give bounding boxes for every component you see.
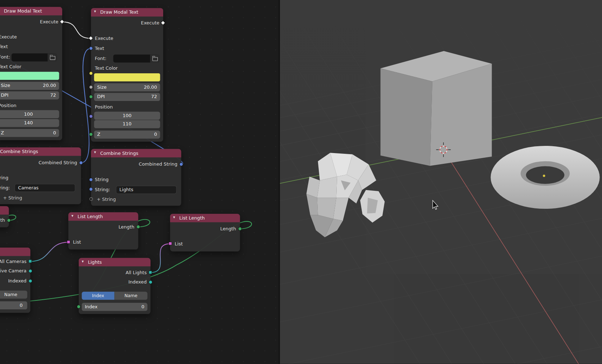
socket-text-in[interactable] <box>89 46 93 50</box>
execute-in-label: Execute <box>0 34 17 40</box>
socket-list-in[interactable] <box>169 242 172 245</box>
node-header[interactable] <box>0 248 30 256</box>
string-text-value: Lights <box>119 187 133 192</box>
chevron-down-icon[interactable]: ▾ <box>173 215 175 219</box>
node-draw-modal-text-2[interactable]: ▾ Draw Modal Text Execute Execute Text F… <box>91 8 163 142</box>
torus-mesh[interactable] <box>491 146 599 209</box>
list-in-label: List <box>73 240 81 245</box>
text-color-swatch[interactable] <box>0 72 59 80</box>
position-y-field[interactable]: 140 <box>0 119 59 127</box>
node-header[interactable]: ▾ Lights <box>79 258 151 267</box>
socket-combined-string-out[interactable] <box>79 161 83 165</box>
combined-string-out-label: Combined String <box>139 162 177 167</box>
size-field[interactable]: Size 20.00 <box>94 83 160 91</box>
chevron-down-icon[interactable]: ▾ <box>94 9 96 14</box>
string-field-label: String: <box>95 187 110 192</box>
node-list-length-2[interactable]: ▾ List Length Length List <box>170 214 240 252</box>
chevron-down-icon[interactable]: ▾ <box>72 213 73 218</box>
socket-add-string[interactable] <box>89 197 93 201</box>
text-color-label: Text Color <box>0 64 21 69</box>
node-list-length-3[interactable]: Length <box>0 206 9 227</box>
node-header[interactable]: ▾ Combine Strings <box>91 149 181 157</box>
position-y-field[interactable]: 110 <box>94 120 160 128</box>
socket-string-in[interactable] <box>89 178 93 182</box>
node-header[interactable]: ▾ Draw Modal Text <box>0 7 62 15</box>
z-field-label: Z <box>97 130 100 138</box>
index-field[interactable]: 0 <box>0 301 27 309</box>
light-origin-dot[interactable] <box>543 175 545 177</box>
name-toggle-button[interactable]: Name <box>114 292 147 300</box>
size-field[interactable]: Size 20.00 <box>0 82 59 90</box>
font-file-field[interactable] <box>113 55 159 63</box>
name-toggle-button[interactable]: Name <box>0 291 27 299</box>
socket-index-in[interactable] <box>77 305 81 309</box>
dpi-field[interactable]: DPI 72 <box>0 91 59 99</box>
z-field[interactable]: Z 0 <box>94 130 160 138</box>
socket-all-lights-out[interactable] <box>148 271 152 274</box>
font-file-field[interactable] <box>12 53 57 61</box>
socket-string-field-in[interactable] <box>89 187 93 191</box>
string-text-value: Cameras <box>18 185 38 190</box>
execute-out-label: Execute <box>40 19 58 24</box>
node-lights[interactable]: ▾ Lights All Lights Indexed Index Name I… <box>79 258 151 314</box>
socket-dpi-in[interactable] <box>89 95 93 99</box>
wire-combined-string-1[interactable] <box>81 49 91 163</box>
length-out-label: Length <box>220 226 236 231</box>
chevron-down-icon[interactable]: ▾ <box>82 259 84 263</box>
node-header[interactable]: ▾ List Length <box>170 214 240 222</box>
node-combine-strings-2[interactable]: ▾ Combine Strings Combined String String… <box>91 149 181 206</box>
node-title: List Length <box>78 214 103 219</box>
string-text-input[interactable]: Cameras <box>15 184 75 192</box>
3d-viewport[interactable] <box>280 0 602 364</box>
node-list-length-1[interactable]: ▾ List Length Length List <box>68 212 138 250</box>
index-field-label: Index <box>85 303 97 311</box>
z-field-value: 0 <box>53 129 56 137</box>
socket-active-camera-out[interactable] <box>28 269 32 273</box>
socket-all-cameras-out[interactable] <box>28 259 32 263</box>
socket-indexed-out[interactable] <box>148 280 152 284</box>
string-in-label: String <box>0 175 8 180</box>
socket-text-color-in[interactable] <box>89 72 93 75</box>
add-string-label[interactable]: + String <box>97 197 116 202</box>
socket-indexed-out[interactable] <box>28 279 32 283</box>
text-color-swatch[interactable] <box>94 73 160 81</box>
node-combine-strings-1[interactable]: ▾ Combine Strings Combined String String… <box>0 147 81 204</box>
add-string-label[interactable]: + String <box>3 195 22 201</box>
socket-list-in[interactable] <box>67 240 70 244</box>
node-header[interactable]: ▾ List Length <box>68 212 138 221</box>
socket-combined-string-out[interactable] <box>179 162 183 166</box>
node-header[interactable]: ▾ Draw Modal Text <box>91 8 163 17</box>
socket-z-in[interactable] <box>89 133 93 137</box>
dpi-field[interactable]: DPI 72 <box>94 93 160 101</box>
position-x-field[interactable]: 100 <box>0 110 59 118</box>
string-text-input[interactable]: Lights <box>116 186 177 194</box>
position-x-field[interactable]: 100 <box>94 112 160 120</box>
index-toggle-label: Index <box>92 293 104 298</box>
node-draw-modal-text-1[interactable]: ▾ Draw Modal Text Execute Execute Text F… <box>0 7 62 140</box>
node-header[interactable]: ▾ Combine Strings <box>0 147 81 156</box>
wire-all-lights-to-list[interactable] <box>151 244 170 272</box>
socket-length-out[interactable] <box>136 225 140 229</box>
combined-string-out-label: Combined String <box>38 160 77 165</box>
size-field-value: 20.00 <box>144 83 157 91</box>
open-folder-button[interactable] <box>150 55 160 63</box>
node-title: Draw Modal Text <box>100 10 138 15</box>
node-cameras[interactable]: All Cameras Active Camera Indexed Name 0 <box>0 248 30 313</box>
editor-viewport-divider[interactable] <box>279 0 280 364</box>
socket-size-in[interactable] <box>89 85 93 89</box>
index-field[interactable]: Index 0 <box>82 303 148 311</box>
active-camera-out-label: Active Camera <box>0 268 27 274</box>
wire-all-cameras-to-list[interactable] <box>30 242 68 261</box>
socket-length-out[interactable] <box>238 227 242 231</box>
wire-execute[interactable] <box>62 22 91 38</box>
socket-length-out[interactable] <box>7 218 11 222</box>
z-field[interactable]: Z 0 <box>0 129 59 137</box>
cube-mesh[interactable] <box>381 51 492 166</box>
chevron-down-icon[interactable]: ▾ <box>94 150 96 155</box>
node-title: List Length <box>179 215 205 221</box>
index-toggle-button[interactable]: Index <box>82 292 115 300</box>
socket-position-in[interactable] <box>89 114 93 118</box>
size-field-value: 20.00 <box>43 82 56 90</box>
open-folder-button[interactable] <box>47 53 57 61</box>
node-header[interactable] <box>0 206 9 215</box>
